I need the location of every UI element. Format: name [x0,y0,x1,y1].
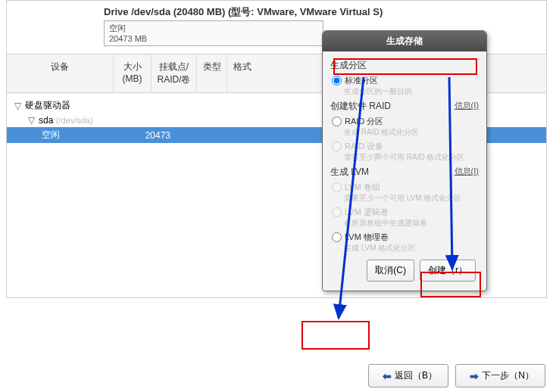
radio-raid-part[interactable] [332,117,342,126]
opt-lvm-pv-sub: 生成 LVM 格式化分区 [330,243,479,254]
info-raid-link[interactable]: 信息(I) [455,100,479,111]
opt-raid-part-sub: 生成 RAID 格式化分区 [330,127,479,138]
tree-root-label: 硬盘驱动器 [25,99,108,112]
section-lvm-label: 生成 LVM [330,166,369,177]
section-raid-label: 创建软件 RAID [330,101,391,111]
create-storage-dialog: 生成存储 生成分区 标准分区 生成分区的一般目的 创建软件 RAID 信息(I)… [322,30,487,291]
drive-summary-box: 空闲 20473 MB [104,20,323,46]
radio-lvm-vg [332,182,342,192]
highlight-create-button [301,321,370,350]
radio-lvm-lv [332,207,342,217]
back-button[interactable]: ⬅ 返回（B） [368,364,448,387]
tree-sda-path: (/dev/sda) [56,116,93,125]
dialog-title: 生成存储 [323,31,486,51]
section-lvm: 生成 LVM 信息(I) [330,166,479,179]
opt-raid-dev-sub: 需要至少两个可用 RAID 格式化分区 [330,152,479,163]
col-device[interactable]: 设备 [7,54,113,92]
section-raid: 创建软件 RAID 信息(I) [330,100,479,113]
next-button[interactable]: ➡ 下一步（N） [455,364,545,387]
dialog-cancel-button[interactable]: 取消(C) [367,260,414,282]
radio-lvm-pv[interactable] [332,232,342,242]
opt-raid-device: RAID 设备 [330,139,479,153]
opt-standard-partition[interactable]: 标准分区 [330,73,479,87]
dialog-create-button[interactable]: 创建（r） [420,260,476,282]
opt-lvm-vg-label: LVM 卷组 [345,182,380,193]
col-mount[interactable]: 挂载点/ RAID/卷 [151,54,196,92]
next-label: 下一步（N） [482,369,534,382]
col-format[interactable]: 格式 [227,54,257,92]
opt-lvm-lv-sub: 在所选卷组中生成逻辑卷 [330,218,479,229]
opt-raid-part-label: RAID 分区 [345,116,383,127]
opt-standard-sub: 生成分区的一般目的 [330,86,479,97]
opt-lvm-lv: LVM 逻辑卷 [330,205,479,219]
drive-status: 空闲 [109,23,318,33]
col-size[interactable]: 大小 (MB) [113,54,151,92]
opt-standard-label: 标准分区 [345,75,378,86]
back-label: 返回（B） [395,369,437,382]
opt-lvm-pv[interactable]: LVM 物理卷 [330,230,479,244]
col-type[interactable]: 类型 [196,54,227,92]
caret-icon: ▽ [14,101,25,111]
opt-lvm-lv-label: LVM 逻辑卷 [345,207,389,218]
drive-free: 20473 MB [109,33,318,44]
tree-sda-label: sda [39,115,53,126]
back-arrow-icon: ⬅ [383,370,392,382]
next-arrow-icon: ➡ [470,370,479,382]
tree-free-size: 20473 [125,130,170,141]
nav-buttons: ⬅ 返回（B） ➡ 下一步（N） [364,364,545,387]
drive-title: Drive /dev/sda (20480 MB) (型号: VMware, V… [104,5,539,19]
opt-raid-dev-label: RAID 设备 [345,141,383,152]
opt-lvm-vg-sub: 需要至少一个可用 LVM 格式化分区 [330,193,479,204]
opt-raid-partition[interactable]: RAID 分区 [330,114,479,128]
opt-lvm-pv-label: LVM 物理卷 [345,232,389,243]
section-partition: 生成分区 [330,59,479,72]
opt-lvm-vg: LVM 卷组 [330,180,479,194]
dialog-buttons: 取消(C) 创建（r） [330,255,479,283]
dialog-body: 生成分区 标准分区 生成分区的一般目的 创建软件 RAID 信息(I) RAID… [323,51,486,291]
radio-standard[interactable] [332,76,342,86]
radio-raid-dev [332,142,342,151]
tree-free-label: 空闲 [42,129,125,142]
info-lvm-link[interactable]: 信息(I) [455,166,479,177]
caret-icon: ▽ [28,115,39,126]
